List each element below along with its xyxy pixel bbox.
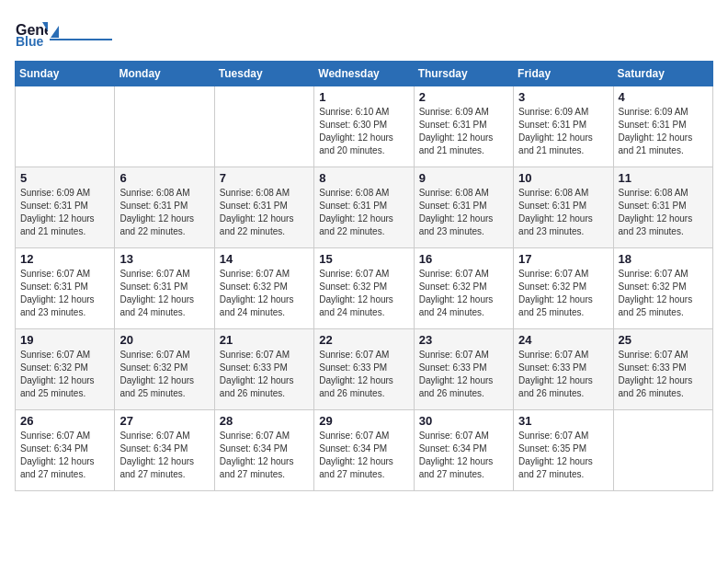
- day-cell: 2Sunrise: 6:09 AMSunset: 6:31 PMDaylight…: [414, 86, 513, 167]
- week-row-3: 12Sunrise: 6:07 AMSunset: 6:31 PMDayligh…: [16, 248, 713, 329]
- day-cell: 25Sunrise: 6:07 AMSunset: 6:33 PMDayligh…: [613, 329, 712, 410]
- day-cell: 17Sunrise: 6:07 AMSunset: 6:32 PMDayligh…: [514, 248, 613, 329]
- day-info: Sunrise: 6:07 AMSunset: 6:33 PMDaylight:…: [220, 349, 309, 400]
- day-cell: 20Sunrise: 6:07 AMSunset: 6:32 PMDayligh…: [115, 329, 214, 410]
- day-cell: [214, 86, 313, 167]
- day-info: Sunrise: 6:09 AMSunset: 6:31 PMDaylight:…: [518, 106, 608, 157]
- day-info: Sunrise: 6:08 AMSunset: 6:31 PMDaylight:…: [518, 187, 608, 238]
- day-number: 3: [518, 90, 608, 104]
- day-header-monday: Monday: [115, 62, 214, 86]
- day-info: Sunrise: 6:08 AMSunset: 6:31 PMDaylight:…: [319, 187, 408, 238]
- day-cell: 13Sunrise: 6:07 AMSunset: 6:31 PMDayligh…: [115, 248, 214, 329]
- logo-triangle-icon: [51, 26, 59, 38]
- day-cell: 28Sunrise: 6:07 AMSunset: 6:34 PMDayligh…: [214, 410, 313, 491]
- day-number: 14: [220, 252, 309, 266]
- day-cell: 4Sunrise: 6:09 AMSunset: 6:31 PMDaylight…: [613, 86, 712, 167]
- day-number: 9: [419, 171, 508, 185]
- day-number: 2: [419, 90, 508, 104]
- day-cell: [16, 86, 115, 167]
- day-info: Sunrise: 6:07 AMSunset: 6:35 PMDaylight:…: [518, 430, 608, 481]
- day-cell: 5Sunrise: 6:09 AMSunset: 6:31 PMDaylight…: [16, 167, 115, 248]
- day-number: 31: [518, 414, 608, 428]
- day-number: 27: [119, 414, 209, 428]
- day-number: 26: [20, 414, 109, 428]
- day-header-tuesday: Tuesday: [214, 62, 313, 86]
- day-cell: 15Sunrise: 6:07 AMSunset: 6:32 PMDayligh…: [314, 248, 414, 329]
- day-cell: 12Sunrise: 6:07 AMSunset: 6:31 PMDayligh…: [16, 248, 115, 329]
- day-number: 12: [20, 252, 109, 266]
- week-row-4: 19Sunrise: 6:07 AMSunset: 6:32 PMDayligh…: [16, 329, 713, 410]
- logo-underline: [50, 39, 112, 40]
- day-cell: 11Sunrise: 6:08 AMSunset: 6:31 PMDayligh…: [613, 167, 712, 248]
- week-row-2: 5Sunrise: 6:09 AMSunset: 6:31 PMDaylight…: [16, 167, 713, 248]
- day-number: 15: [319, 252, 408, 266]
- day-cell: 24Sunrise: 6:07 AMSunset: 6:33 PMDayligh…: [514, 329, 613, 410]
- day-cell: 1Sunrise: 6:10 AMSunset: 6:30 PMDaylight…: [314, 86, 414, 167]
- header-row: SundayMondayTuesdayWednesdayThursdayFrid…: [16, 62, 713, 86]
- day-info: Sunrise: 6:07 AMSunset: 6:32 PMDaylight:…: [619, 268, 708, 319]
- day-cell: 8Sunrise: 6:08 AMSunset: 6:31 PMDaylight…: [314, 167, 414, 248]
- day-info: Sunrise: 6:07 AMSunset: 6:34 PMDaylight:…: [220, 430, 309, 481]
- day-info: Sunrise: 6:07 AMSunset: 6:32 PMDaylight:…: [119, 349, 209, 400]
- day-info: Sunrise: 6:07 AMSunset: 6:32 PMDaylight:…: [419, 268, 508, 319]
- day-info: Sunrise: 6:07 AMSunset: 6:32 PMDaylight:…: [220, 268, 309, 319]
- day-number: 8: [319, 171, 408, 185]
- day-cell: [115, 86, 214, 167]
- day-number: 19: [20, 333, 109, 347]
- day-number: 4: [619, 90, 708, 104]
- day-info: Sunrise: 6:10 AMSunset: 6:30 PMDaylight:…: [319, 106, 408, 157]
- day-number: 24: [518, 333, 608, 347]
- day-number: 6: [119, 171, 209, 185]
- day-number: 21: [220, 333, 309, 347]
- day-header-friday: Friday: [514, 62, 613, 86]
- day-info: Sunrise: 6:07 AMSunset: 6:34 PMDaylight:…: [119, 430, 209, 481]
- day-info: Sunrise: 6:08 AMSunset: 6:31 PMDaylight:…: [220, 187, 309, 238]
- day-cell: 30Sunrise: 6:07 AMSunset: 6:34 PMDayligh…: [414, 410, 513, 491]
- day-info: Sunrise: 6:07 AMSunset: 6:33 PMDaylight:…: [619, 349, 708, 400]
- day-info: Sunrise: 6:07 AMSunset: 6:34 PMDaylight:…: [419, 430, 508, 481]
- day-info: Sunrise: 6:09 AMSunset: 6:31 PMDaylight:…: [20, 187, 109, 238]
- day-cell: 22Sunrise: 6:07 AMSunset: 6:33 PMDayligh…: [314, 329, 414, 410]
- day-info: Sunrise: 6:07 AMSunset: 6:34 PMDaylight:…: [319, 430, 408, 481]
- week-row-5: 26Sunrise: 6:07 AMSunset: 6:34 PMDayligh…: [16, 410, 713, 491]
- day-number: 23: [419, 333, 508, 347]
- svg-text:Blue: Blue: [16, 34, 44, 48]
- day-cell: 18Sunrise: 6:07 AMSunset: 6:32 PMDayligh…: [613, 248, 712, 329]
- day-info: Sunrise: 6:07 AMSunset: 6:32 PMDaylight:…: [20, 349, 109, 400]
- day-cell: 26Sunrise: 6:07 AMSunset: 6:34 PMDayligh…: [16, 410, 115, 491]
- day-number: 13: [119, 252, 209, 266]
- day-info: Sunrise: 6:07 AMSunset: 6:32 PMDaylight:…: [518, 268, 608, 319]
- day-cell: 9Sunrise: 6:08 AMSunset: 6:31 PMDaylight…: [414, 167, 513, 248]
- logo-text-block: [50, 26, 112, 40]
- day-number: 7: [220, 171, 309, 185]
- day-cell: 31Sunrise: 6:07 AMSunset: 6:35 PMDayligh…: [514, 410, 613, 491]
- day-info: Sunrise: 6:08 AMSunset: 6:31 PMDaylight:…: [619, 187, 708, 238]
- day-cell: 19Sunrise: 6:07 AMSunset: 6:32 PMDayligh…: [16, 329, 115, 410]
- logo: General Blue: [15, 15, 112, 52]
- day-header-thursday: Thursday: [414, 62, 513, 86]
- day-number: 18: [619, 252, 708, 266]
- day-number: 5: [20, 171, 109, 185]
- day-info: Sunrise: 6:07 AMSunset: 6:33 PMDaylight:…: [319, 349, 408, 400]
- day-cell: 10Sunrise: 6:08 AMSunset: 6:31 PMDayligh…: [514, 167, 613, 248]
- calendar-table: SundayMondayTuesdayWednesdayThursdayFrid…: [15, 61, 713, 491]
- day-cell: 14Sunrise: 6:07 AMSunset: 6:32 PMDayligh…: [214, 248, 313, 329]
- day-info: Sunrise: 6:07 AMSunset: 6:33 PMDaylight:…: [419, 349, 508, 400]
- day-cell: 21Sunrise: 6:07 AMSunset: 6:33 PMDayligh…: [214, 329, 313, 410]
- logo-icon: General Blue: [15, 15, 48, 52]
- day-info: Sunrise: 6:08 AMSunset: 6:31 PMDaylight:…: [119, 187, 209, 238]
- day-info: Sunrise: 6:08 AMSunset: 6:31 PMDaylight:…: [419, 187, 508, 238]
- day-header-wednesday: Wednesday: [314, 62, 414, 86]
- day-cell: 6Sunrise: 6:08 AMSunset: 6:31 PMDaylight…: [115, 167, 214, 248]
- day-cell: 3Sunrise: 6:09 AMSunset: 6:31 PMDaylight…: [514, 86, 613, 167]
- day-number: 22: [319, 333, 408, 347]
- day-number: 30: [419, 414, 508, 428]
- day-cell: 16Sunrise: 6:07 AMSunset: 6:32 PMDayligh…: [414, 248, 513, 329]
- day-number: 10: [518, 171, 608, 185]
- day-info: Sunrise: 6:09 AMSunset: 6:31 PMDaylight:…: [419, 106, 508, 157]
- day-info: Sunrise: 6:07 AMSunset: 6:31 PMDaylight:…: [20, 268, 109, 319]
- day-number: 16: [419, 252, 508, 266]
- day-info: Sunrise: 6:07 AMSunset: 6:34 PMDaylight:…: [20, 430, 109, 481]
- day-header-saturday: Saturday: [613, 62, 712, 86]
- day-cell: [613, 410, 712, 491]
